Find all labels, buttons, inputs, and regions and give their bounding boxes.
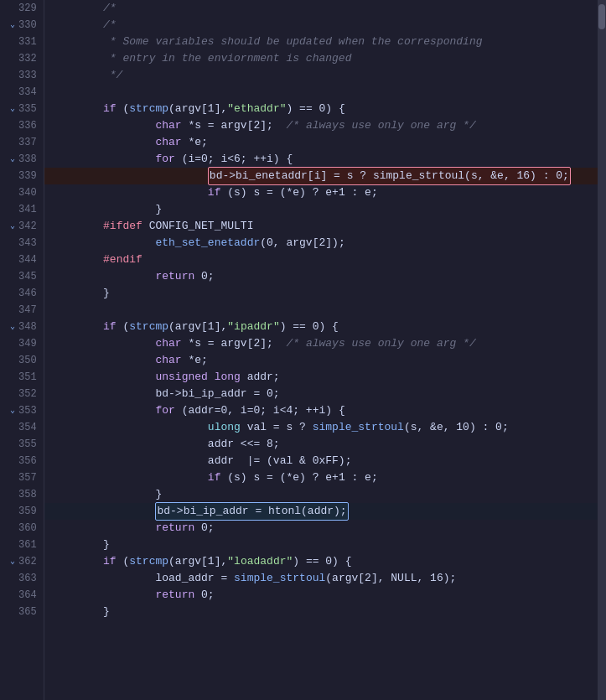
line-number-358: 358	[7, 486, 37, 503]
line-number-360: 360	[7, 520, 37, 537]
code-line-359: bd->bi_ip_addr = htonl(addr);	[44, 503, 598, 520]
code-line-330: /*	[44, 17, 598, 34]
code-line-347	[44, 302, 598, 319]
line-number-355: 355	[7, 436, 37, 453]
fold-arrow[interactable]: ⌄	[7, 402, 15, 419]
code-line-329: /*	[44, 0, 598, 17]
fold-arrow[interactable]: ⌄	[7, 101, 15, 117]
vertical-scrollbar[interactable]	[598, 0, 606, 700]
code-line-337: char *e;	[44, 134, 598, 151]
code-line-360: return 0;	[44, 520, 598, 537]
code-line-365: }	[44, 604, 598, 620]
line-number-351: 351	[7, 369, 37, 386]
code-area: 329⌄330 331 332 333 334⌄335 336 337⌄338 …	[0, 0, 606, 700]
line-number-350: 350	[7, 352, 37, 369]
line-number-337: 337	[7, 134, 37, 151]
code-line-343: eth_set_enetaddr(0, argv[2]);	[44, 235, 598, 251]
line-number-364: 364	[7, 587, 37, 604]
code-line-334	[44, 84, 598, 101]
line-number-362: ⌄362	[7, 553, 37, 570]
code-line-341: }	[44, 201, 598, 218]
code-line-346: }	[44, 285, 598, 302]
line-numbers: 329⌄330 331 332 333 334⌄335 336 337⌄338 …	[0, 0, 44, 700]
line-number-341: 341	[7, 201, 37, 218]
line-number-365: 365	[7, 604, 37, 620]
code-line-335: if (strcmp(argv[1],"ethaddr") == 0) {	[44, 101, 598, 117]
line-number-356: 356	[7, 453, 37, 469]
line-number-332: 332	[7, 50, 37, 67]
fold-arrow[interactable]: ⌄	[7, 218, 15, 235]
line-number-344: 344	[7, 251, 37, 268]
code-line-333: */	[44, 67, 598, 84]
line-number-346: 346	[7, 285, 37, 302]
code-line-355: addr <<= 8;	[44, 436, 598, 453]
line-number-329: 329	[7, 0, 37, 17]
line-number-354: 354	[7, 419, 37, 436]
code-line-332: * entry in the enviornment is changed	[44, 50, 598, 67]
fold-arrow[interactable]: ⌄	[7, 151, 15, 168]
code-line-339: bd->bi_enetaddr[i] = s ? simple_strtoul(…	[44, 168, 598, 184]
code-line-354: ulong val = s ? simple_strtoul(s, &e, 10…	[44, 419, 598, 436]
line-number-347: 347	[7, 302, 37, 319]
line-number-352: 352	[7, 386, 37, 402]
code-line-345: return 0;	[44, 268, 598, 285]
line-number-339: 339	[7, 168, 37, 184]
code-line-358: }	[44, 486, 598, 503]
code-line-364: return 0;	[44, 587, 598, 604]
line-number-340: 340	[7, 184, 37, 201]
line-number-334: 334	[7, 84, 37, 101]
code-line-352: bd->bi_ip_addr = 0;	[44, 386, 598, 402]
code-line-344: #endif	[44, 251, 598, 268]
scrollbar-thumb[interactable]	[598, 4, 605, 29]
code-line-340: if (s) s = (*e) ? e+1 : e;	[44, 184, 598, 201]
line-number-345: 345	[7, 268, 37, 285]
line-number-335: ⌄335	[7, 101, 37, 117]
code-line-338: for (i=0; i<6; ++i) {	[44, 151, 598, 168]
fold-arrow[interactable]: ⌄	[7, 319, 15, 335]
code-line-350: char *e;	[44, 352, 598, 369]
code-line-336: char *s = argv[2]; /* always use only on…	[44, 117, 598, 134]
line-number-343: 343	[7, 235, 37, 251]
code-line-349: char *s = argv[2]; /* always use only on…	[44, 335, 598, 352]
line-number-342: ⌄342	[7, 218, 37, 235]
code-line-342: #ifdef CONFIG_NET_MULTI	[44, 218, 598, 235]
line-number-353: ⌄353	[7, 402, 37, 419]
code-line-357: if (s) s = (*e) ? e+1 : e;	[44, 469, 598, 486]
line-number-333: 333	[7, 67, 37, 84]
line-number-349: 349	[7, 335, 37, 352]
line-number-331: 331	[7, 34, 37, 50]
fold-arrow[interactable]: ⌄	[7, 17, 15, 34]
code-content: /* /* * Some variables should be updated…	[44, 0, 598, 700]
code-editor: 329⌄330 331 332 333 334⌄335 336 337⌄338 …	[0, 0, 606, 700]
line-number-363: 363	[7, 570, 37, 587]
code-line-353: for (addr=0, i=0; i<4; ++i) {	[44, 402, 598, 419]
code-line-351: unsigned long addr;	[44, 369, 598, 386]
line-number-361: 361	[7, 537, 37, 553]
line-number-359: 359	[7, 503, 37, 520]
line-number-338: ⌄338	[7, 151, 37, 168]
code-line-363: load_addr = simple_strtoul(argv[2], NULL…	[44, 570, 598, 587]
line-number-348: ⌄348	[7, 319, 37, 335]
code-line-348: if (strcmp(argv[1],"ipaddr") == 0) {	[44, 319, 598, 335]
line-number-330: ⌄330	[7, 17, 37, 34]
code-line-361: }	[44, 537, 598, 553]
fold-arrow[interactable]: ⌄	[7, 553, 15, 570]
code-line-331: * Some variables should be updated when …	[44, 34, 598, 50]
line-number-336: 336	[7, 117, 37, 134]
line-number-357: 357	[7, 469, 37, 486]
code-line-356: addr |= (val & 0xFF);	[44, 453, 598, 469]
code-line-362: if (strcmp(argv[1],"loadaddr") == 0) {	[44, 553, 598, 570]
